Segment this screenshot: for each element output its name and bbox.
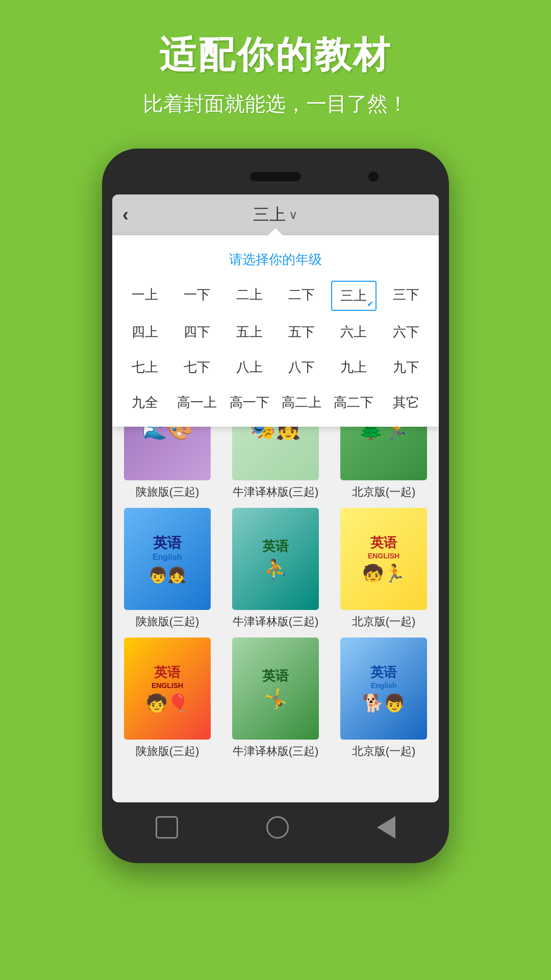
book-cover-8: 英语 🤸 [232,638,319,740]
phone-speaker [250,172,301,181]
book-label-6: 北京版(一起) [352,614,416,629]
dropdown-arrow [268,228,283,235]
book-item-9[interactable]: 英语 English 🐕👦 北京版(一起) [334,638,434,759]
grade-wu-xia[interactable]: 五下 [279,318,324,346]
grade-ba-xia[interactable]: 八下 [279,353,324,381]
grade-jiu-quan[interactable]: 九全 [122,388,167,416]
book-cover-4: 英语 English 👦👧 [124,508,211,610]
recent-apps-button[interactable] [156,816,178,839]
back-button[interactable]: ‹ [122,204,129,226]
selected-grade-label: 三上 [253,204,286,226]
grade-gao-er-xia[interactable]: 高二下 [331,388,376,416]
grade-jiu-shang[interactable]: 九上 [331,353,376,381]
grade-liu-xia[interactable]: 六下 [384,318,429,346]
grade-jiu-xia[interactable]: 九下 [384,353,429,381]
book-item-5[interactable]: 英语 ⛹️ 牛津译林版(三起) [226,508,325,629]
grade-si-shang[interactable]: 四上 [122,318,167,346]
book-cover-7: 英语 ENGLISH 🧒🎈 [124,638,211,740]
top-text-area: 适配你的教材 比着封面就能选，一目了然！ [143,31,408,118]
book-cover-5: 英语 ⛹️ [232,508,319,610]
grade-gao-yi-shang[interactable]: 高一上 [174,388,219,416]
grade-select-prompt: 请选择你的年级 [122,251,429,268]
book-cover-6: 英语 ENGLISH 🧒🏃 [340,508,427,610]
main-title: 适配你的教材 [143,31,408,80]
book-item-6[interactable]: 英语 ENGLISH 🧒🏃 北京版(一起) [334,508,434,629]
grade-ba-shang[interactable]: 八上 [227,353,272,381]
grade-san-xia[interactable]: 三下 [384,281,429,311]
grade-liu-shang[interactable]: 六上 [331,318,376,346]
phone-bottom-bar [111,807,440,848]
home-button[interactable] [266,816,289,839]
grade-gao-er-shang[interactable]: 高二上 [279,388,324,416]
grade-qi-shang[interactable]: 七上 [122,353,167,381]
book-item-8[interactable]: 英语 🤸 牛津译林版(三起) [226,638,325,759]
grade-gao-yi-xia[interactable]: 高一下 [227,388,272,416]
phone-device: ‹ 三上 ∨ 请选择你的年级 一上 一下 二上 二下 三上✔ 三下 四上 四下 … [102,149,449,863]
book-item-4[interactable]: 英语 English 👦👧 陕旅版(三起) [117,508,217,629]
grade-er-xia[interactable]: 二下 [279,281,324,311]
phone-camera [368,172,379,182]
grade-qi-xia[interactable]: 七下 [174,353,219,381]
grade-wu-shang[interactable]: 五上 [227,318,272,346]
grade-selector-header[interactable]: 三上 ∨ [253,204,298,226]
book-label-8: 牛津译林版(三起) [233,744,319,759]
book-label-4: 陕旅版(三起) [136,614,199,629]
book-label-5: 牛津译林版(三起) [233,614,319,629]
book-label-3: 北京版(一起) [352,484,416,500]
book-list: 🌊🎨 陕旅版(三起) 🎭👧 牛津译林版(三起) 🌲🏃 北京版(一起) [112,368,439,802]
grade-si-xia[interactable]: 四下 [174,318,219,346]
grade-other[interactable]: 其它 [384,388,429,416]
chevron-down-icon: ∨ [289,208,298,222]
grade-yi-xia[interactable]: 一下 [174,281,219,311]
phone-top-bar [111,164,440,189]
grade-dropdown: 请选择你的年级 一上 一下 二上 二下 三上✔ 三下 四上 四下 五上 五下 六… [112,235,439,427]
book-label-1: 陕旅版(三起) [136,484,199,500]
back-hardware-button[interactable] [377,816,395,839]
book-label-9: 北京版(一起) [352,744,416,759]
book-cover-9: 英语 English 🐕👦 [340,638,427,740]
book-label-7: 陕旅版(三起) [136,744,199,759]
phone-screen: ‹ 三上 ∨ 请选择你的年级 一上 一下 二上 二下 三上✔ 三下 四上 四下 … [112,194,439,802]
grade-yi-shang[interactable]: 一上 [122,281,167,311]
grade-er-shang[interactable]: 二上 [227,281,272,311]
book-item-7[interactable]: 英语 ENGLISH 🧒🎈 陕旅版(三起) [117,638,217,759]
grade-san-shang[interactable]: 三上✔ [331,281,376,311]
book-label-2: 牛津译林版(三起) [233,484,319,500]
grade-grid: 一上 一下 二上 二下 三上✔ 三下 四上 四下 五上 五下 六上 六下 七上 … [122,281,429,416]
main-subtitle: 比着封面就能选，一目了然！ [143,90,408,118]
